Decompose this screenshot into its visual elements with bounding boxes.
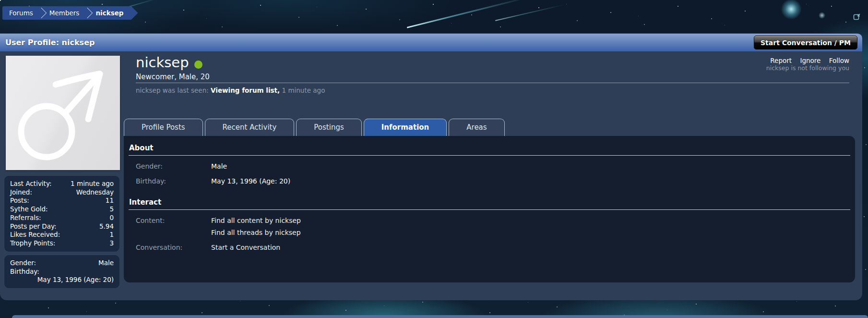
user-profile-page: Forums Members nicksep User Profile: nic… <box>0 0 868 318</box>
user-stats-box: Last Activity: 1 minute ago Joined: Wedn… <box>4 175 120 252</box>
breadcrumb-item-forums[interactable]: Forums <box>3 6 39 20</box>
breadcrumb-item-members[interactable]: Members <box>44 6 85 20</box>
start-conversation-link[interactable]: Start a Conversation <box>211 243 280 252</box>
footer-bar <box>12 315 868 318</box>
follow-link[interactable]: Follow <box>829 57 849 64</box>
tab-areas[interactable]: Areas <box>449 119 504 136</box>
action-links: Report Ignore Follow <box>764 57 849 64</box>
stat-label: Joined: <box>10 188 32 197</box>
information-panel: About Gender: Male Birthday: May 13, 199… <box>124 136 855 282</box>
about-section-title: About <box>129 144 850 156</box>
comet-streak <box>407 0 531 28</box>
follow-note: nicksep is not following you <box>764 64 849 72</box>
info-row-gender: Gender: Male <box>129 162 850 171</box>
stat-label: Trophy Points: <box>10 239 55 248</box>
comet-streak <box>495 4 566 21</box>
stat-row-joined: Joined: Wednesday <box>10 188 114 197</box>
stat-row-referrals: Referrals: 0 <box>10 214 114 222</box>
start-conversation-button[interactable]: Start Conversation / PM <box>754 36 857 49</box>
tab-postings[interactable]: Postings <box>296 119 361 136</box>
detail-row-gender: Gender: Male <box>10 259 114 268</box>
content-links: Find all content by nicksep Find all thr… <box>211 216 301 237</box>
last-seen-line: nicksep was last seen: Viewing forum lis… <box>136 86 325 94</box>
stat-value: 5.94 <box>99 222 114 231</box>
info-label: Birthday: <box>136 177 211 185</box>
tab-recent-activity[interactable]: Recent Activity <box>205 119 295 136</box>
stat-row-posts-per-day: Posts per Day: 5.94 <box>10 222 114 231</box>
info-value: Male <box>211 162 227 171</box>
last-seen-prefix: nicksep was last seen: <box>136 86 209 94</box>
stat-row-likes-received: Likes Received: 1 <box>10 231 114 239</box>
main-content: Last Activity: 1 minute ago Joined: Wedn… <box>0 51 862 300</box>
user-title: Newcomer, Male, 20 <box>136 73 210 81</box>
stat-value: Wednesday <box>76 188 114 197</box>
info-label: Conversation: <box>136 243 211 252</box>
about-section: About Gender: Male Birthday: May 13, 199… <box>129 136 850 185</box>
user-details-box: Gender: Male Birthday: May 13, 1996 (Age… <box>4 255 120 289</box>
stat-row-last-activity: Last Activity: 1 minute ago <box>10 180 114 188</box>
stat-value: 0 <box>109 214 114 222</box>
detail-value-birthday: May 13, 1996 (Age: 20) <box>10 276 114 284</box>
info-label: Gender: <box>136 162 211 171</box>
stat-label: Referrals: <box>10 214 41 222</box>
info-row-content: Content: Find all content by nicksep Fin… <box>129 216 850 237</box>
profile-actions: Report Ignore Follow nicksep is not foll… <box>764 57 849 72</box>
stat-value: 1 <box>109 231 114 239</box>
info-row-conversation: Conversation: Start a Conversation <box>129 243 850 252</box>
stat-value: 3 <box>109 239 114 248</box>
detail-label: Gender: <box>10 259 36 268</box>
stat-label: Likes Received: <box>10 231 60 239</box>
last-seen-time: 1 minute ago <box>282 86 325 94</box>
info-label: Content: <box>136 216 211 237</box>
popout-icon[interactable] <box>853 12 861 21</box>
username-row: nicksep <box>136 54 202 71</box>
info-row-birthday: Birthday: May 13, 1996 (Age: 20) <box>129 177 850 185</box>
stat-row-posts: Posts: 11 <box>10 196 114 205</box>
detail-value: Male <box>98 259 114 268</box>
detail-label: Birthday: <box>10 268 39 276</box>
stat-row-trophy-points: Trophy Points: 3 <box>10 239 114 248</box>
detail-row-birthday-label: Birthday: <box>10 268 114 276</box>
report-link[interactable]: Report <box>770 57 792 64</box>
ignore-link[interactable]: Ignore <box>800 57 820 64</box>
username: nicksep <box>136 54 189 71</box>
stat-label: Posts per Day: <box>10 222 57 231</box>
find-all-threads-link[interactable]: Find all threads by nicksep <box>211 228 301 237</box>
last-seen-activity-link[interactable]: Viewing forum list, <box>211 86 280 94</box>
interact-section: Interact Content: Find all content by ni… <box>129 185 850 252</box>
male-symbol-icon <box>6 56 120 170</box>
stat-label: Last Activity: <box>10 180 51 188</box>
stat-value: 11 <box>106 196 114 205</box>
online-dot <box>194 61 202 69</box>
info-value: May 13, 1996 (Age: 20) <box>211 177 290 185</box>
tab-profile-posts[interactable]: Profile Posts <box>124 119 203 136</box>
profile-tabs: Profile Posts Recent Activity Postings I… <box>124 119 505 136</box>
tab-information[interactable]: Information <box>364 119 447 136</box>
user-avatar[interactable] <box>6 56 120 170</box>
stat-row-sythe-gold: Sythe Gold: 5 <box>10 205 114 214</box>
breadcrumb-item-current-user[interactable]: nicksep <box>90 6 134 20</box>
conversation-links: Start a Conversation <box>211 243 280 252</box>
find-all-content-link[interactable]: Find all content by nicksep <box>211 216 301 225</box>
stars-decoration-small <box>0 0 0 0</box>
page-header: User Profile: nicksep Start Conversation… <box>0 33 862 51</box>
breadcrumb: Forums Members nicksep <box>2 6 138 20</box>
stat-label: Sythe Gold: <box>10 205 48 214</box>
page-title: User Profile: nicksep <box>5 34 95 51</box>
stat-label: Posts: <box>10 196 29 205</box>
stat-value: 1 minute ago <box>71 180 114 188</box>
interact-section-title: Interact <box>129 198 850 210</box>
stat-value: 5 <box>109 205 114 214</box>
divider <box>136 83 849 83</box>
